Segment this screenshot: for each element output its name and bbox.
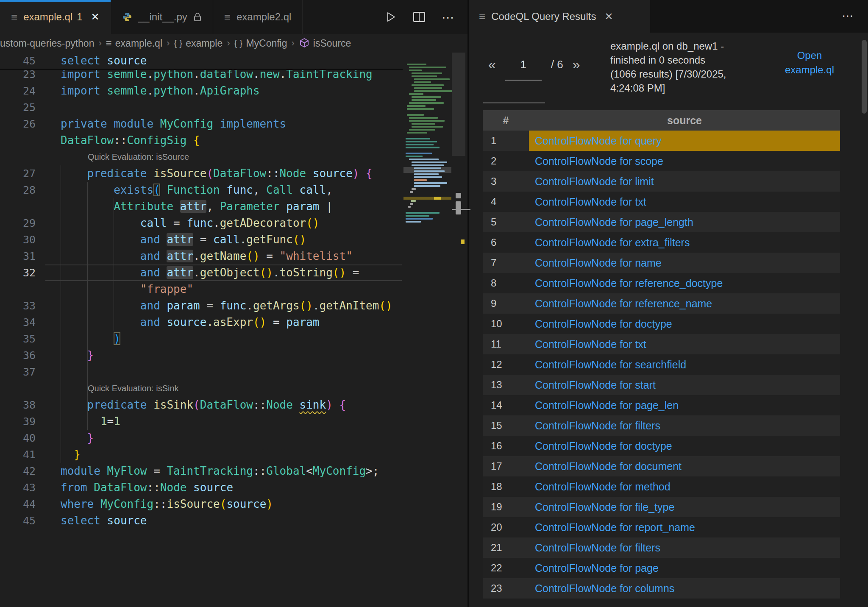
- result-link[interactable]: ControlFlowNode for reference_doctype: [535, 277, 723, 289]
- table-row[interactable]: 22ControlFlowNode for page: [483, 558, 840, 578]
- source-cell[interactable]: ControlFlowNode for name: [529, 253, 840, 273]
- source-cell[interactable]: ControlFlowNode for txt: [529, 192, 840, 212]
- result-link[interactable]: ControlFlowNode for report_name: [535, 521, 695, 533]
- panel-scrollbar[interactable]: [862, 40, 867, 114]
- line-number: 42: [0, 463, 36, 479]
- source-cell[interactable]: ControlFlowNode for doctype: [529, 436, 840, 456]
- tab-example2-ql[interactable]: ≡ example2.ql: [213, 0, 303, 34]
- breadcrumb-item-myconfig[interactable]: { }MyConfig: [234, 38, 287, 49]
- table-row[interactable]: 11ControlFlowNode for txt: [483, 334, 840, 354]
- result-link[interactable]: ControlFlowNode for doctype: [535, 318, 672, 330]
- quick-evaluation-codelens[interactable]: Quick Evaluation: isSink: [61, 380, 179, 397]
- result-link[interactable]: ControlFlowNode for page_length: [535, 216, 693, 228]
- open-link-line[interactable]: Open: [767, 48, 852, 63]
- table-row[interactable]: 18ControlFlowNode for method: [483, 476, 840, 497]
- breadcrumb-item-issource[interactable]: isSource: [299, 38, 351, 49]
- source-cell[interactable]: ControlFlowNode for doctype: [529, 314, 840, 334]
- source-cell[interactable]: ControlFlowNode for filters: [529, 537, 840, 558]
- source-cell[interactable]: ControlFlowNode for reference_doctype: [529, 273, 840, 293]
- table-row[interactable]: 1ControlFlowNode for query: [483, 131, 840, 151]
- breadcrumb-item-example-ql[interactable]: ≡example.ql: [106, 37, 162, 49]
- table-row[interactable]: 9ControlFlowNode for reference_name: [483, 293, 840, 314]
- table-row[interactable]: 5ControlFlowNode for page_length: [483, 212, 840, 232]
- result-link[interactable]: ControlFlowNode for searchfield: [535, 359, 686, 370]
- table-row[interactable]: 3ControlFlowNode for limit: [483, 171, 840, 192]
- quick-evaluation-codelens[interactable]: Quick Evaluation: isSource: [61, 149, 189, 165]
- result-link[interactable]: ControlFlowNode for name: [535, 257, 662, 269]
- result-link[interactable]: ControlFlowNode for txt: [535, 338, 646, 350]
- row-number: 14: [483, 395, 529, 415]
- result-link[interactable]: ControlFlowNode for file_type: [535, 501, 674, 513]
- close-icon[interactable]: ✕: [91, 11, 100, 23]
- run-button[interactable]: [385, 11, 397, 23]
- table-row[interactable]: 12ControlFlowNode for searchfield: [483, 354, 840, 375]
- minimap[interactable]: [403, 53, 467, 607]
- table-row[interactable]: 19ControlFlowNode for file_type: [483, 497, 840, 517]
- split-editor-icon[interactable]: [413, 11, 426, 22]
- panel-more-actions-icon[interactable]: ⋯: [842, 10, 855, 22]
- table-row[interactable]: 6ControlFlowNode for extra_filters: [483, 232, 840, 253]
- source-cell[interactable]: ControlFlowNode for limit: [529, 171, 840, 192]
- result-link[interactable]: ControlFlowNode for page: [535, 562, 659, 574]
- result-link[interactable]: ControlFlowNode for txt: [535, 196, 646, 208]
- breadcrumb-item-example[interactable]: { }example: [174, 38, 223, 49]
- table-row[interactable]: 23ControlFlowNode for columns: [483, 578, 840, 599]
- result-link[interactable]: ControlFlowNode for method: [535, 481, 670, 493]
- source-cell[interactable]: ControlFlowNode for reference_name: [529, 293, 840, 314]
- result-link[interactable]: ControlFlowNode for scope: [535, 155, 663, 167]
- code-editor[interactable]: 23import semmle.python.dataflow.new.Tain…: [0, 53, 403, 607]
- table-row[interactable]: 7ControlFlowNode for name: [483, 253, 840, 273]
- source-cell[interactable]: ControlFlowNode for document: [529, 456, 840, 476]
- source-cell[interactable]: ControlFlowNode for page_length: [529, 212, 840, 232]
- open-example-ql-link[interactable]: Openexample.ql: [767, 48, 852, 77]
- source-cell[interactable]: ControlFlowNode for method: [529, 476, 840, 497]
- source-cell[interactable]: ControlFlowNode for scope: [529, 151, 840, 171]
- table-row[interactable]: 16ControlFlowNode for doctype: [483, 436, 840, 456]
- table-row[interactable]: 15ControlFlowNode for filters: [483, 415, 840, 436]
- more-actions-icon[interactable]: ⋯: [442, 10, 456, 25]
- result-link[interactable]: ControlFlowNode for extra_filters: [535, 237, 690, 248]
- table-row[interactable]: 20ControlFlowNode for report_name: [483, 517, 840, 537]
- result-link[interactable]: ControlFlowNode for filters: [535, 420, 660, 432]
- table-row[interactable]: 8ControlFlowNode for reference_doctype: [483, 273, 840, 293]
- result-link[interactable]: ControlFlowNode for doctype: [535, 440, 672, 452]
- source-cell[interactable]: ControlFlowNode for searchfield: [529, 354, 840, 375]
- result-link[interactable]: ControlFlowNode for filters: [535, 542, 660, 554]
- source-cell[interactable]: ControlFlowNode for txt: [529, 334, 840, 354]
- source-cell[interactable]: ControlFlowNode for columns: [529, 578, 840, 599]
- tab-codeql-query-results[interactable]: ≡ CodeQL Query Results ✕: [469, 0, 650, 33]
- table-row[interactable]: 4ControlFlowNode for txt: [483, 192, 840, 212]
- table-row[interactable]: 21ControlFlowNode for filters: [483, 537, 840, 558]
- result-link[interactable]: ControlFlowNode for reference_name: [535, 298, 712, 309]
- source-cell[interactable]: ControlFlowNode for start: [529, 375, 840, 395]
- breadcrumb-item-ustom-queries-python[interactable]: ustom-queries-python: [0, 38, 94, 49]
- result-link[interactable]: ControlFlowNode for limit: [535, 175, 654, 187]
- source-cell[interactable]: ControlFlowNode for file_type: [529, 497, 840, 517]
- result-link[interactable]: ControlFlowNode for query: [535, 135, 662, 147]
- source-cell[interactable]: ControlFlowNode for query: [529, 131, 840, 151]
- tab-init-py[interactable]: __init__.py: [111, 0, 213, 34]
- result-link[interactable]: ControlFlowNode for columns: [535, 582, 674, 594]
- minimap-slider[interactable]: [452, 53, 465, 156]
- table-row[interactable]: 2ControlFlowNode for scope: [483, 151, 840, 171]
- result-link[interactable]: ControlFlowNode for start: [535, 379, 656, 391]
- result-link[interactable]: ControlFlowNode for page_len: [535, 399, 679, 411]
- pager-first-button[interactable]: «: [488, 56, 496, 73]
- source-cell[interactable]: ControlFlowNode for page: [529, 558, 840, 578]
- tab-example-ql[interactable]: ≡ example.ql 1 ✕: [0, 0, 111, 34]
- sticky-scroll-line[interactable]: 45select source: [0, 53, 403, 70]
- code-text: and source.asExpr() = param: [61, 314, 320, 331]
- table-row[interactable]: 10ControlFlowNode for doctype: [483, 314, 840, 334]
- source-cell[interactable]: ControlFlowNode for filters: [529, 415, 840, 436]
- open-link-line[interactable]: example.ql: [767, 63, 852, 77]
- table-row[interactable]: 14ControlFlowNode for page_len: [483, 395, 840, 415]
- source-cell[interactable]: ControlFlowNode for report_name: [529, 517, 840, 537]
- result-link[interactable]: ControlFlowNode for document: [535, 460, 682, 472]
- table-row[interactable]: 13ControlFlowNode for start: [483, 375, 840, 395]
- page-number-input[interactable]: 1: [505, 56, 542, 81]
- pager-last-button[interactable]: »: [573, 56, 580, 73]
- source-cell[interactable]: ControlFlowNode for extra_filters: [529, 232, 840, 253]
- table-row[interactable]: 17ControlFlowNode for document: [483, 456, 840, 476]
- close-icon[interactable]: ✕: [604, 11, 613, 22]
- source-cell[interactable]: ControlFlowNode for page_len: [529, 395, 840, 415]
